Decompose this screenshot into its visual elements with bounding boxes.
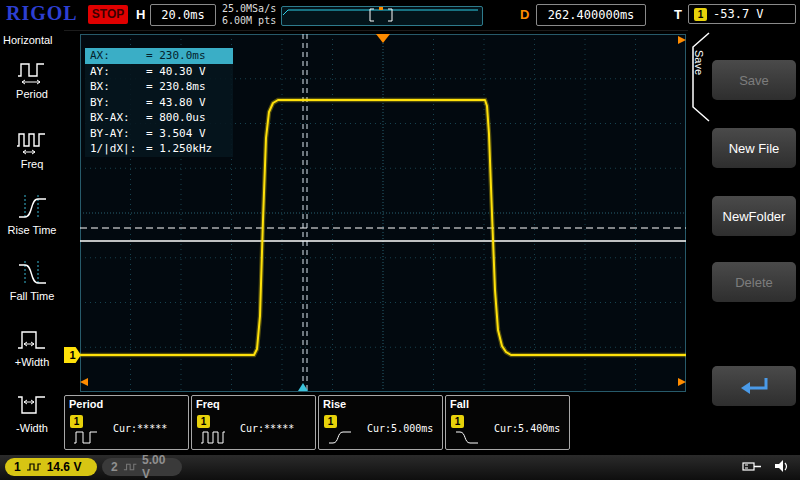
- channel-number: 1: [14, 460, 21, 474]
- channel-badge: 1: [197, 415, 210, 428]
- run-state-badge[interactable]: STOP: [88, 5, 128, 24]
- cursor-row-byay: BY-AY:= 3.504 V: [85, 126, 233, 142]
- sidebar-item-pos-width[interactable]: +Width: [0, 324, 64, 368]
- freq-icon: [15, 126, 49, 156]
- menu-tab-shape: [688, 32, 710, 122]
- measure-sidebar: Horizontal Period Freq Rise Time: [0, 30, 64, 455]
- fall-waveform-icon: [454, 428, 480, 446]
- channel1-status[interactable]: 1 14.6 V: [5, 458, 97, 476]
- period-icon: [15, 56, 49, 86]
- channel2-status[interactable]: 2 5.00 V: [102, 458, 182, 476]
- sample-rate-info: 25.0MSa/s6.00M pts: [222, 3, 276, 27]
- softkey-new-folder[interactable]: NewFolder: [712, 196, 796, 236]
- sidebar-item-label: Freq: [21, 158, 44, 170]
- sidebar-item-label: -Width: [16, 422, 48, 434]
- horizontal-label: H: [136, 7, 145, 22]
- rise-waveform-icon: [327, 428, 353, 446]
- coupling-icon: [123, 462, 137, 472]
- rise-time-icon: [15, 192, 49, 222]
- meas-box-fall[interactable]: Fall 1 Cur:5.400ms Avg:5.400ms Max:5.400…: [445, 395, 570, 450]
- trigger-label: T: [674, 7, 682, 22]
- minus-width-icon: [15, 390, 49, 420]
- trigger-level-value: -53.7 V: [713, 7, 764, 21]
- sidebar-item-period[interactable]: Period: [0, 56, 64, 100]
- channel-badge: 1: [324, 415, 337, 428]
- meas-title: Freq: [196, 398, 220, 410]
- usb-icon: [742, 459, 762, 473]
- meas-title: Fall: [450, 398, 469, 410]
- cursor-row-inv-dx: 1/|dX|:= 1.250kHz: [85, 141, 233, 157]
- channel-scale: 5.00 V: [142, 453, 173, 480]
- delay-value[interactable]: 262.400000ms: [536, 4, 646, 26]
- meas-box-rise[interactable]: Rise 1 Cur:5.000ms Avg:5.000ms Max:5.000…: [318, 395, 443, 450]
- meas-title: Period: [69, 398, 103, 410]
- delay-label: D: [520, 7, 529, 22]
- oscilloscope-screen: RIGOL STOP H 20.0ms 25.0MSa/s6.00M pts D…: [0, 0, 800, 480]
- channel-badge: 1: [451, 415, 464, 428]
- timebase-value[interactable]: 20.0ms: [150, 4, 216, 26]
- soft-menu: Save Save New File NewFolder Delete: [688, 30, 800, 455]
- sidebar-item-neg-width[interactable]: -Width: [0, 390, 64, 434]
- freq-waveform-icon: [200, 428, 226, 446]
- meas-box-period[interactable]: Period 1 Cur:***** Avg:***** Max:***** M…: [64, 395, 189, 450]
- sidebar-item-fall-time[interactable]: Fall Time: [0, 258, 64, 302]
- softkey-new-file[interactable]: New File: [712, 128, 796, 168]
- cursor-row-ay: AY:= 40.30 V: [85, 64, 233, 80]
- menu-tab-save[interactable]: Save: [688, 32, 710, 122]
- softkey-back[interactable]: [712, 366, 796, 406]
- coupling-icon: [26, 462, 42, 472]
- softkey-delete[interactable]: Delete: [712, 262, 796, 302]
- window-brackets: [370, 9, 392, 21]
- cursor-row-bxax: BX-AX:= 800.0us: [85, 110, 233, 126]
- speaker-icon: [774, 459, 792, 473]
- period-waveform-icon: [73, 428, 99, 446]
- return-arrow-icon: [736, 375, 772, 397]
- meas-title: Rise: [323, 398, 346, 410]
- cursor-readout-panel: AX:= 230.0ms AY:= 40.30 V BX:= 230.8ms B…: [85, 48, 233, 157]
- cursor-row-bx: BX:= 230.8ms: [85, 79, 233, 95]
- cursor-row-by: BY:= 43.80 V: [85, 95, 233, 111]
- cursor-row-ax: AX:= 230.0ms: [85, 48, 233, 64]
- sidebar-item-label: Fall Time: [10, 290, 55, 302]
- thumbnail-waveform: [283, 10, 478, 15]
- thumbnail-trigger-tick: [379, 7, 383, 10]
- trigger-source-badge: 1: [694, 8, 707, 21]
- sidebar-item-freq[interactable]: Freq: [0, 126, 64, 170]
- channel-scale: 14.6 V: [47, 460, 82, 474]
- trigger-info[interactable]: 1 -53.7 V: [688, 4, 796, 24]
- top-status-bar: RIGOL STOP H 20.0ms 25.0MSa/s6.00M pts D…: [0, 0, 800, 31]
- fall-time-icon: [15, 258, 49, 288]
- channel-badge: 1: [70, 415, 83, 428]
- sidebar-item-rise-time[interactable]: Rise Time: [0, 192, 64, 236]
- sidebar-item-label: Rise Time: [8, 224, 57, 236]
- sidebar-item-label: +Width: [15, 356, 50, 368]
- menu-tab-label: Save: [693, 50, 705, 75]
- plus-width-icon: [15, 324, 49, 354]
- sidebar-title: Horizontal: [3, 34, 53, 46]
- meas-box-freq[interactable]: Freq 1 Cur:***** Avg:***** Max:***** Min…: [191, 395, 316, 450]
- softkey-save[interactable]: Save: [712, 60, 796, 100]
- rigol-logo: RIGOL: [6, 2, 78, 25]
- memory-position-thumbnail[interactable]: [281, 6, 483, 26]
- channel-number: 2: [111, 460, 118, 474]
- bottom-status-bar: 1 14.6 V 2 5.00 V: [0, 455, 800, 480]
- sidebar-item-label: Period: [16, 88, 48, 100]
- channel1-ground-marker[interactable]: 1: [64, 347, 81, 363]
